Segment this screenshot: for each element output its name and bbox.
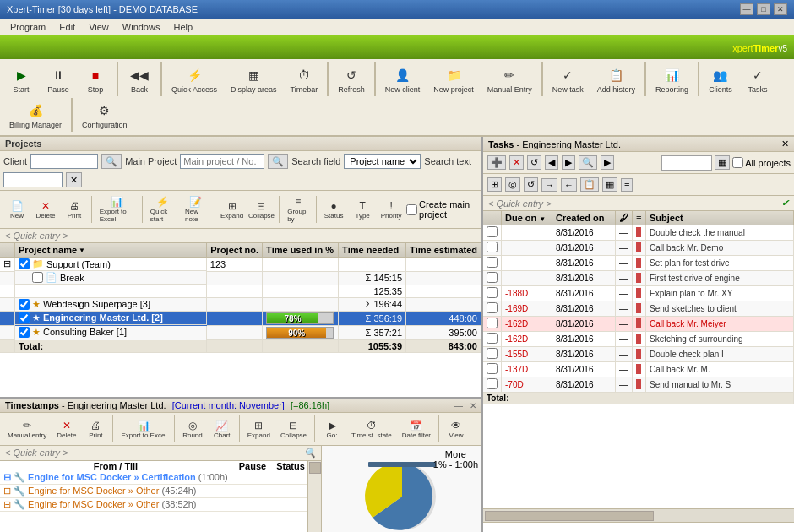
row-checkbox[interactable] [19, 258, 30, 269]
pause-button[interactable]: ⏸ Pause [41, 62, 76, 96]
priority-button[interactable]: ! Priority [378, 198, 405, 222]
col-project-name[interactable]: Project name ▼ [15, 243, 207, 258]
ts-delete-button[interactable]: ✕ Delete [52, 417, 80, 442]
menu-windows[interactable]: Windows [116, 20, 167, 34]
ts-view-button[interactable]: 👁 View [443, 417, 470, 442]
client-input[interactable] [30, 154, 98, 169]
table-row[interactable]: ★ Engineering Master Ltd. [2] 78% Σ 356:… [0, 312, 481, 326]
task-row-checkbox[interactable] [487, 333, 498, 344]
back-button[interactable]: ◀◀ Back [122, 62, 157, 96]
task-row-checkbox[interactable] [487, 272, 498, 283]
task-forward-button[interactable]: ▶ [562, 155, 575, 170]
list-item[interactable]: 8/31/2016 — Set plan for test drive [483, 256, 794, 271]
row-checkbox[interactable] [19, 327, 30, 338]
start-button[interactable]: ▶ Start [3, 62, 39, 96]
ts-col-pause[interactable]: Pause [231, 461, 274, 471]
manual-entry-button[interactable]: ✏ Manual Entry [481, 62, 538, 96]
ts-print-button[interactable]: 🖨 Print [82, 417, 109, 442]
clients-button[interactable]: 👥 Clients [703, 62, 738, 96]
search-text-input[interactable] [3, 172, 63, 187]
row-expand[interactable]: ⊟ [0, 258, 15, 272]
col-project-no[interactable]: Project no. [207, 243, 263, 258]
list-item[interactable]: -162D 8/31/2016 — Sketching of surroundi… [483, 332, 794, 347]
row-name[interactable]: 📁 Support (Team) [15, 258, 207, 271]
display-areas-button[interactable]: ▦ Display areas [225, 62, 283, 96]
row-checkbox[interactable] [32, 272, 43, 283]
list-item[interactable]: 8/31/2016 — Call back Mr. Demo [483, 241, 794, 256]
list-item[interactable]: ⊟ 🔧 Engine for MSC Docker » Other (45:24… [0, 485, 307, 498]
export-excel-button[interactable]: 📊 Export to Excel [95, 193, 139, 225]
task-tb2-btn1[interactable]: ⊞ [487, 177, 502, 192]
row-checkbox[interactable] [19, 312, 30, 323]
new-proj-button[interactable]: 📄 New [3, 198, 30, 222]
task-add-button[interactable]: ➕ [487, 155, 506, 170]
tasks-view-button[interactable]: ▦ [715, 155, 730, 170]
status-button[interactable]: ● Status [320, 198, 347, 222]
timestamps-quick-entry[interactable]: < Quick entry > 🔍 [0, 446, 321, 461]
add-history-button[interactable]: 📋 Add history [591, 62, 641, 96]
ts-go-button[interactable]: ▶ Go: [318, 417, 345, 442]
task-back-button[interactable]: ◀ [545, 155, 558, 170]
list-item[interactable]: ⊟ 🔧 Engine for MSC Docker » Other (38:52… [0, 498, 307, 512]
task-col-due[interactable]: Due on ▼ [502, 211, 552, 225]
task-row-checkbox[interactable] [487, 318, 498, 328]
main-project-input[interactable] [180, 154, 264, 169]
quick-start-button[interactable]: ⚡ Quick start [146, 193, 179, 225]
row-name[interactable] [15, 285, 207, 297]
projects-quick-entry[interactable]: < Quick entry > [0, 229, 481, 243]
ts-col-from-till[interactable]: From / Till [0, 461, 231, 471]
search-text-clear-button[interactable]: ✕ [66, 172, 82, 187]
col-time-estimated[interactable]: Time estimated [406, 243, 481, 258]
task-tb2-btn2[interactable]: ◎ [505, 177, 520, 192]
list-item[interactable]: -155D 8/31/2016 — Double check plan I [483, 347, 794, 362]
task-refresh-button[interactable]: ↺ [527, 155, 541, 170]
task-row-checkbox[interactable] [487, 257, 498, 268]
search-field-select[interactable]: Project name [344, 154, 421, 169]
ts-collapse-button[interactable]: ⊟ Collapse [276, 417, 311, 442]
maximize-button[interactable]: □ [757, 3, 770, 15]
reporting-button[interactable]: 📊 Reporting [650, 62, 694, 96]
task-col-created[interactable]: Created on [552, 211, 616, 225]
ts-date-filter-button[interactable]: 📅 Date filter [398, 417, 435, 442]
timestamps-minimize-button[interactable]: — [454, 401, 463, 410]
stop-button[interactable]: ■ Stop [78, 62, 113, 96]
timebar-button[interactable]: ⏱ Timebar [285, 62, 324, 96]
task-tb2-btn5[interactable]: ← [561, 178, 577, 192]
all-projects-checkbox[interactable] [732, 157, 743, 168]
menu-edit[interactable]: Edit [52, 20, 82, 34]
task-tb2-btn8[interactable]: ≡ [621, 178, 633, 192]
group-by-button[interactable]: ≡ Group by [283, 193, 313, 225]
task-tb2-btn4[interactable]: → [541, 178, 557, 192]
menu-program[interactable]: Program [3, 20, 52, 34]
tasks-quick-entry[interactable]: < Quick entry > ✔ [483, 196, 794, 211]
row-checkbox[interactable] [19, 299, 30, 310]
ts-manual-entry-button[interactable]: ✏ Manual entry [3, 417, 51, 442]
list-item[interactable]: 8/31/2016 — Double check the manual [483, 225, 794, 241]
collapse-button[interactable]: ⊟ Collapse [247, 198, 276, 222]
list-item[interactable]: 8/31/2016 — First test drive of engine [483, 271, 794, 286]
list-item[interactable]: -169D 8/31/2016 — Send sketches to clien… [483, 301, 794, 317]
tasks-close-button[interactable]: ✕ [781, 138, 789, 149]
refresh-button[interactable]: ↺ Refresh [332, 62, 371, 96]
ts-time-state-button[interactable]: ⏱ Time st. state [347, 417, 396, 442]
new-project-button[interactable]: 📁 New project [427, 62, 480, 96]
timestamps-scrollbar[interactable] [307, 461, 321, 532]
ts-expand-button[interactable]: ⊞ Expand [243, 417, 275, 442]
close-button[interactable]: ✕ [774, 3, 787, 15]
task-row-checkbox[interactable] [487, 363, 498, 374]
delete-proj-button[interactable]: ✕ Delete [32, 198, 59, 222]
list-item[interactable]: ⊟ 🔧 Engine for MSC Docker » Certificatio… [0, 471, 307, 485]
tasks-horizontal-scrollbar[interactable] [483, 509, 794, 523]
task-row-checkbox[interactable] [487, 348, 498, 359]
task-tb2-btn3[interactable]: ↺ [524, 177, 538, 192]
new-client-button[interactable]: 👤 New client [379, 62, 427, 96]
type-button[interactable]: T Type [349, 198, 376, 222]
menu-help[interactable]: Help [166, 20, 199, 34]
new-note-button[interactable]: 📝 New note [181, 193, 211, 225]
task-row-checkbox[interactable] [487, 242, 498, 252]
ts-export-excel-button[interactable]: 📊 Export to Excel [117, 417, 171, 442]
list-item[interactable]: -162D 8/31/2016 — Call back Mr. Meiyer [483, 317, 794, 332]
col-time-needed[interactable]: Time needed [339, 243, 406, 258]
ts-chart-button[interactable]: 📈 Chart [209, 417, 236, 442]
list-item[interactable]: -188D 8/31/2016 — Explain plan to Mr. XY [483, 286, 794, 301]
